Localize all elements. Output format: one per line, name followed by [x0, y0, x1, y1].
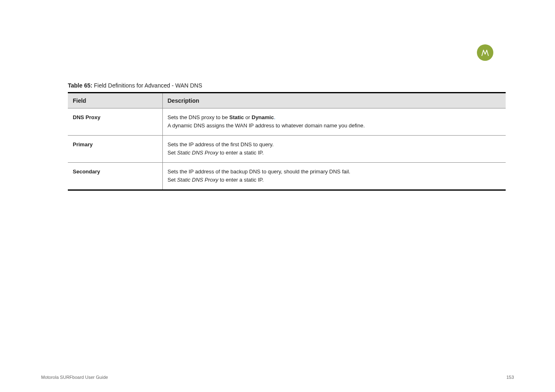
- table-caption: Table 65: Field Definitions for Advanced…: [68, 82, 506, 89]
- motorola-logo-icon: [477, 44, 493, 61]
- table-header-field: Field: [68, 93, 162, 108]
- description-cell: Sets the IP address of the backup DNS to…: [162, 163, 506, 190]
- description-cell: Sets the DNS proxy to be Static or Dynam…: [162, 108, 506, 136]
- page-footer: Motorola SURFboard User Guide 153: [41, 375, 514, 380]
- field-cell: Secondary: [68, 163, 162, 190]
- description-cell: Sets the IP address of the first DNS to …: [162, 136, 506, 163]
- definitions-table: Field Description DNS Proxy Sets the DNS…: [68, 92, 506, 191]
- field-cell: Primary: [68, 136, 162, 163]
- footer-right: 153: [506, 375, 514, 380]
- footer-left: Motorola SURFboard User Guide: [41, 375, 108, 380]
- table-row: Primary Sets the IP address of the first…: [68, 136, 506, 163]
- table-row: Secondary Sets the IP address of the bac…: [68, 163, 506, 190]
- field-name: DNS Proxy: [73, 114, 100, 120]
- field-cell: DNS Proxy: [68, 108, 162, 136]
- field-name: Secondary: [73, 168, 100, 175]
- table-caption-text: Field Definitions for Advanced - WAN DNS: [94, 82, 202, 89]
- table-row: DNS Proxy Sets the DNS proxy to be Stati…: [68, 108, 506, 136]
- footnote-ref: .: [274, 114, 275, 120]
- field-name: Primary: [73, 141, 92, 148]
- table-header-row: Field Description: [68, 93, 506, 108]
- table-header-description: Description: [162, 93, 506, 108]
- table-caption-prefix: Table 65:: [68, 82, 92, 89]
